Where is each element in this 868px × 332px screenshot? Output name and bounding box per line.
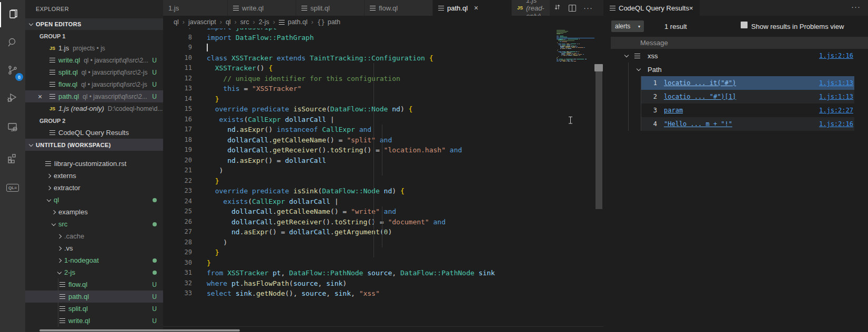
tab-codeql-query-results[interactable]: CodeQL Query Results × (603, 0, 700, 16)
tree-item-library-customization-rst[interactable]: library-customization.rst (25, 158, 163, 170)
git-status-badge: U (152, 81, 157, 88)
minimap-line (557, 35, 594, 35)
tree-item-examples[interactable]: examples (25, 206, 163, 218)
swap-icon[interactable] (553, 3, 561, 13)
more-actions-icon[interactable]: ··· (851, 4, 861, 9)
code-line: 27 nd.asExpr() = dollarCall.getArgument(… (163, 227, 542, 237)
result-path-step[interactable]: 4"Hello ... m + "!"1.js:2:16 (611, 117, 868, 131)
tab-1-js[interactable]: 1.js (163, 0, 228, 16)
source-control-icon[interactable]: 8 (0, 58, 25, 83)
tree-item-src[interactable]: src (25, 218, 163, 230)
file-name: path.ql (58, 92, 79, 100)
tab-write-ql[interactable]: write.ql (228, 0, 296, 16)
open-editor-item[interactable]: CodeQL Query Results (25, 127, 163, 139)
tree-item-split-ql[interactable]: split.qlU (25, 303, 163, 315)
chevron-down-icon[interactable] (624, 53, 629, 57)
tree-item-write-ql[interactable]: write.qlU (25, 315, 163, 327)
location-link[interactable]: 1.js:1:13 (819, 79, 853, 87)
open-editors-header[interactable]: OPEN EDITORS (25, 18, 163, 30)
breadcrumb-item-javascript[interactable]: javascript (188, 18, 216, 26)
tree-item-label: flow.ql (68, 281, 87, 288)
location-link[interactable]: 1.js:2:27 (819, 107, 853, 114)
ql-file-icon (49, 58, 55, 63)
tree-item-2-js[interactable]: 2-js (25, 266, 163, 278)
step-message-link[interactable]: locatio ... "#")[1] (664, 93, 736, 100)
explorer-icon[interactable] (0, 2, 25, 27)
breadcrumb-item-path[interactable]: {}path (317, 18, 340, 26)
sidebar-explorer: EXPLORER OPEN EDITORS GROUP 1JS1.jsproje… (25, 0, 163, 332)
editor-group-label: GROUP 2 (25, 115, 163, 127)
problems-view-checkbox[interactable] (741, 22, 748, 28)
location-link[interactable]: 1.js:1:13 (819, 93, 853, 100)
split-editor-icon[interactable] (569, 5, 576, 12)
extensions-icon[interactable] (0, 146, 25, 171)
horizontal-scrollbar[interactable] (39, 329, 240, 331)
result-path-step[interactable]: 2locatio ... "#")[1]1.js:1:13 (611, 90, 868, 103)
tree-item-extractor[interactable]: extractor (25, 182, 163, 194)
remote-explorer-icon[interactable] (0, 115, 25, 140)
code-text: override predicate isSource(DataFlow::No… (207, 104, 412, 115)
close-icon[interactable]: × (474, 4, 478, 12)
tree-item--vs[interactable]: .vs (25, 242, 163, 254)
minimap-line (557, 44, 594, 44)
location-link[interactable]: 1.js:2:16 (819, 120, 853, 128)
code-text: nd.asExpr() = dollarCall.getArgument(0) (207, 227, 392, 237)
line-number: 8 (163, 33, 192, 43)
result-group-path[interactable]: Path (611, 63, 868, 76)
breadcrumb-label: 2-js (259, 18, 269, 26)
minimap[interactable] (557, 30, 594, 64)
ql-file-icon (59, 282, 65, 287)
tab-path-ql[interactable]: path.ql× (433, 0, 512, 16)
search-icon[interactable] (0, 30, 25, 55)
ql-file-icon (49, 94, 55, 99)
step-message-link[interactable]: param (664, 107, 683, 114)
open-editor-item[interactable]: flow.qlql • javascript\ql\src\2-jsU (25, 78, 163, 90)
tab-flow-ql[interactable]: flow.ql (365, 0, 433, 16)
minimap-line (557, 43, 594, 43)
tree-item-ql[interactable]: ql (25, 194, 163, 206)
open-editor-item[interactable]: JS1.jsprojects • js (25, 42, 163, 54)
tree-item-label: .vs (64, 244, 73, 252)
line-number: 24 (163, 196, 192, 207)
view-mode-select[interactable]: alerts ▾ (611, 20, 644, 32)
location-link[interactable]: 1.js:2:16 (819, 52, 853, 59)
breadcrumb-item-2-js[interactable]: 2-js (259, 18, 269, 26)
result-group-xss[interactable]: xss1.js:2:16 (611, 49, 868, 63)
scm-badge: 8 (15, 73, 23, 81)
workspace-header[interactable]: UNTITLED (WORKSPACE) (25, 139, 163, 151)
step-message-link[interactable]: "Hello ... m + "!" (664, 120, 732, 128)
open-editor-item[interactable]: split.qlql • javascript\ql\src\2-jsU (25, 66, 163, 78)
more-actions-icon[interactable]: ··· (583, 5, 593, 11)
tree-item--cache[interactable]: .cache (25, 230, 163, 242)
tree-item-externs[interactable]: externs (25, 170, 163, 182)
breadcrumb-item-ql[interactable]: ql (174, 18, 179, 26)
open-editor-item[interactable]: ×path.qlql • javascript\ql\src\2...U (25, 90, 163, 102)
close-icon[interactable]: × (689, 4, 693, 12)
breadcrumb-item-ql[interactable]: ql (226, 18, 231, 26)
codeql-icon[interactable]: QL= (0, 175, 25, 200)
code-text: select sink.getNode(), source, sink, "xs… (207, 288, 380, 299)
tab-1-js-read-only-[interactable]: JS1.js (read-only) (512, 0, 550, 16)
close-icon[interactable]: × (38, 93, 42, 100)
file-name: CodeQL Query Results (58, 129, 129, 137)
code-editor[interactable]: 7import javascript8import DataFlow::Path… (163, 28, 542, 327)
step-message-link[interactable]: locatio ... it("#") (664, 79, 736, 87)
chevron-down-icon[interactable] (637, 67, 641, 71)
tree-item-flow-ql[interactable]: flow.qlU (25, 278, 163, 290)
tree-item-1-nodegoat[interactable]: 1-nodegoat (25, 254, 163, 266)
vertical-scrollbar[interactable] (596, 71, 602, 209)
minimap-slider[interactable] (594, 64, 603, 71)
open-editor-item[interactable]: write.qlql • javascript\ql\src\2...U (25, 54, 163, 66)
results-table: Message xss1.js:2:16Path1locatio ... it(… (611, 37, 868, 131)
tab-split-ql[interactable]: split.ql (296, 0, 365, 16)
breadcrumb-item-path-ql[interactable]: path.ql (279, 18, 308, 26)
result-path-step[interactable]: 3param1.js:2:27 (611, 103, 868, 117)
breadcrumb[interactable]: ql›javascript›ql›src›2-js›path.ql›{}path (163, 16, 603, 28)
result-path-step[interactable]: 1locatio ... it("#")1.js:1:13 (611, 76, 868, 90)
open-editor-item[interactable]: JS1.js (read-only)D:\codeql-home\d... (25, 102, 163, 115)
run-debug-icon[interactable] (0, 85, 25, 110)
breadcrumb-item-src[interactable]: src (240, 18, 249, 26)
tree-item-path-ql[interactable]: path.qlU (25, 290, 163, 303)
minimap-line (557, 53, 594, 54)
line-number: 23 (163, 186, 192, 196)
